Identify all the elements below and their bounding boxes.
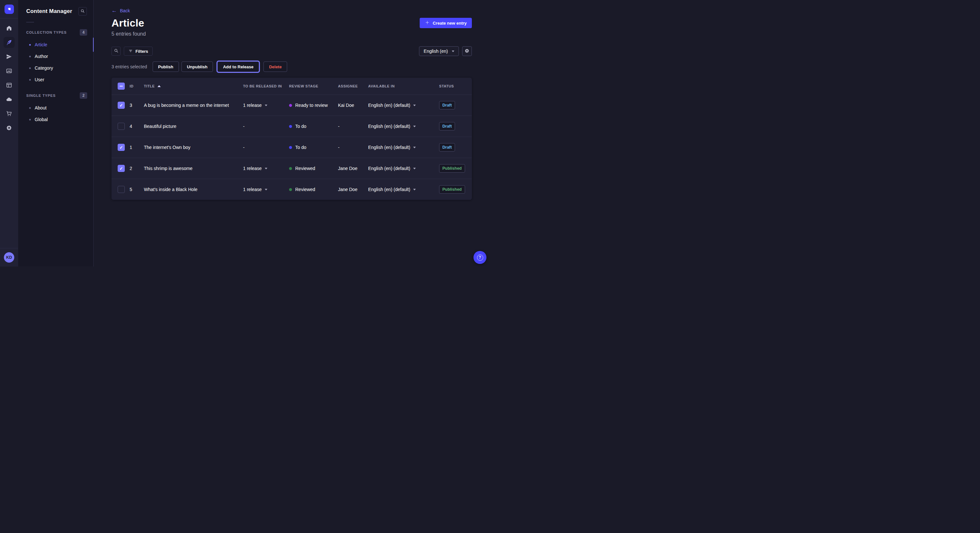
single-types-section: SINGLE TYPES 2 About Global <box>18 92 93 125</box>
main-nav-icons <box>0 19 18 135</box>
column-header-released[interactable]: TO BE RELEASED IN <box>243 84 289 88</box>
strapi-logo-icon[interactable] <box>5 5 14 14</box>
bullet-icon <box>29 56 31 57</box>
sidebar-item-category[interactable]: Category <box>18 62 93 74</box>
row-assignee: - <box>338 145 368 150</box>
delete-button[interactable]: Delete <box>264 62 287 72</box>
sidebar-item-settings[interactable] <box>0 121 18 135</box>
sidebar-item-content-manager[interactable] <box>0 35 18 49</box>
row-locale-dropdown[interactable]: English (en) (default) <box>368 103 439 108</box>
bullet-icon <box>29 119 31 121</box>
row-locale-dropdown[interactable]: English (en) (default) <box>368 166 439 171</box>
row-locale-dropdown[interactable]: English (en) (default) <box>368 124 439 129</box>
chevron-down-icon <box>265 168 267 169</box>
search-icon <box>80 9 85 14</box>
row-release-dropdown[interactable]: 1 release <box>243 103 289 108</box>
sidebar-item-global[interactable]: Global <box>18 114 93 125</box>
row-checkbox[interactable] <box>118 165 125 172</box>
column-header-id[interactable]: ID <box>130 84 144 88</box>
chevron-down-icon <box>413 105 416 106</box>
row-review-stage: Ready to review <box>289 103 338 108</box>
publish-button[interactable]: Publish <box>153 62 179 72</box>
row-checkbox[interactable] <box>118 102 125 109</box>
row-title[interactable]: The internet's Own boy <box>144 145 243 150</box>
sidebar-item-article[interactable]: Article <box>18 39 93 51</box>
bullet-icon <box>29 67 31 69</box>
status-badge: Published <box>439 164 465 173</box>
row-checkbox[interactable] <box>118 186 125 193</box>
select-all-checkbox[interactable] <box>118 82 125 90</box>
chevron-down-icon <box>413 147 416 148</box>
row-review-stage: To do <box>289 145 338 150</box>
table-search-button[interactable] <box>111 47 121 56</box>
row-title[interactable]: A bug is becoming a meme on the internet <box>144 103 243 108</box>
status-badge: Draft <box>439 122 455 130</box>
row-review-stage: Reviewed <box>289 166 338 171</box>
row-status-cell: Published <box>439 164 472 173</box>
table-body: 3 A bug is becoming a meme on the intern… <box>111 95 472 200</box>
column-header-status[interactable]: STATUS <box>439 84 472 88</box>
cloud-icon <box>6 96 12 103</box>
unpublish-button[interactable]: Unpublish <box>181 62 213 72</box>
add-to-release-button[interactable]: Add to Release <box>218 62 259 72</box>
main-content: ← Back Article Create new entry 5 entrie… <box>94 0 490 266</box>
row-assignee: Jane Doe <box>338 187 368 192</box>
sidebar-item-cloud[interactable] <box>0 92 18 106</box>
view-settings-button[interactable] <box>462 46 472 56</box>
sidebar-item-about[interactable]: About <box>18 102 93 114</box>
help-button[interactable]: ? <box>474 251 487 264</box>
search-icon <box>114 48 119 54</box>
sidebar-item-user[interactable]: User <box>18 74 93 86</box>
collection-types-count-badge: 4 <box>80 29 87 36</box>
sidebar-item-marketplace[interactable] <box>0 106 18 121</box>
row-title[interactable]: Beautiful picture <box>144 124 243 129</box>
gear-icon <box>465 48 469 54</box>
row-id: 2 <box>130 166 144 171</box>
filters-button[interactable]: Filters <box>124 47 153 56</box>
row-checkbox[interactable] <box>118 123 125 130</box>
column-header-review-stage[interactable]: REVIEW STAGE <box>289 84 338 88</box>
row-locale-dropdown[interactable]: English (en) (default) <box>368 187 439 192</box>
row-id: 3 <box>130 103 144 108</box>
row-title[interactable]: This shrimp is awesome <box>144 166 243 171</box>
create-new-entry-button[interactable]: Create new entry <box>420 18 472 28</box>
sidebar-item-home[interactable] <box>0 21 18 35</box>
row-locale-dropdown[interactable]: English (en) (default) <box>368 145 439 150</box>
sidebar-item-media-library[interactable] <box>0 64 18 78</box>
content-manager-feather-icon <box>6 39 12 46</box>
row-release-dropdown[interactable]: 1 release <box>243 187 289 192</box>
sidebar-item-content-type-builder[interactable] <box>0 78 18 92</box>
user-avatar[interactable]: KD <box>4 252 14 263</box>
arrow-left-icon: ← <box>111 8 117 13</box>
avatar-container: KD <box>0 248 18 266</box>
layout-icon <box>6 82 12 89</box>
column-header-assignee[interactable]: ASSIGNEE <box>338 84 368 88</box>
subnav-divider <box>26 22 34 22</box>
question-mark-icon: ? <box>477 254 483 261</box>
strapi-logo-container <box>0 0 18 19</box>
status-badge: Draft <box>439 101 455 109</box>
selection-count-text: 3 entries selected <box>111 64 147 69</box>
column-header-available-in[interactable]: AVAILABLE IN <box>368 84 439 88</box>
subnav-search-button[interactable] <box>78 7 87 16</box>
row-status-cell: Published <box>439 185 472 194</box>
row-title[interactable]: What's inside a Black Hole <box>144 187 243 192</box>
sidebar-item-releases[interactable] <box>0 49 18 64</box>
sidebar-item-author[interactable]: Author <box>18 51 93 62</box>
entries-table: ID TITLE TO BE RELEASED IN REVIEW STAGE … <box>111 78 472 200</box>
column-header-title[interactable]: TITLE <box>144 84 243 88</box>
sort-ascending-icon[interactable] <box>158 85 161 87</box>
plus-icon <box>425 20 430 26</box>
back-link[interactable]: ← Back <box>111 8 130 13</box>
row-status-cell: Draft <box>439 122 472 130</box>
chevron-down-icon <box>413 168 416 169</box>
table-row: 5 What's inside a Black Hole 1 release R… <box>111 179 472 200</box>
chevron-down-icon <box>413 125 416 127</box>
row-status-cell: Draft <box>439 101 472 109</box>
row-release-dropdown[interactable]: 1 release <box>243 166 289 171</box>
row-checkbox[interactable] <box>118 144 125 151</box>
review-stage-dot <box>289 104 292 107</box>
locale-select[interactable]: English (en) <box>419 46 459 56</box>
row-id: 4 <box>130 124 144 129</box>
row-review-stage: To do <box>289 124 338 129</box>
